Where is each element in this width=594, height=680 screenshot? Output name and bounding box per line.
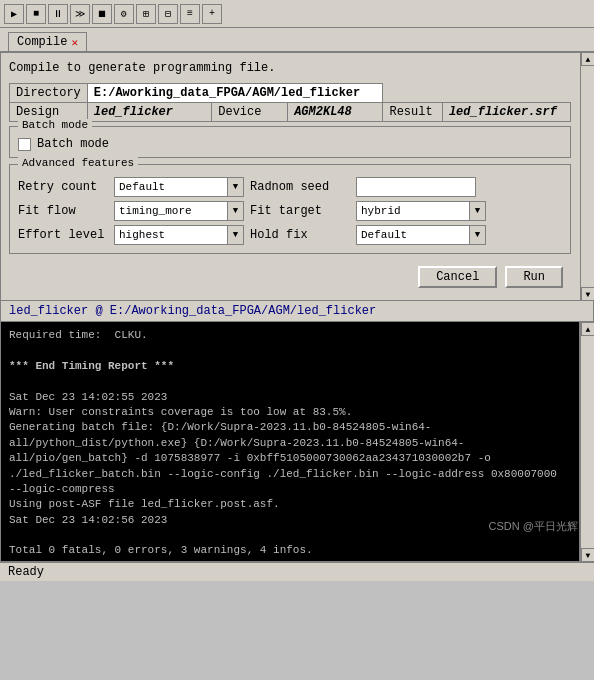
cancel-button[interactable]: Cancel: [418, 266, 497, 288]
toolbar: ▶ ■ ⏸ ≫ ⏹ ⚙ ⊞ ⊟ ≡ +: [0, 0, 594, 28]
holdfix-select[interactable]: Default ▼: [356, 225, 486, 245]
log-line-10: [9, 528, 571, 543]
watermark: CSDN @平日光辉: [489, 519, 578, 534]
retry-arrow-icon[interactable]: ▼: [227, 178, 243, 196]
log-line-2: [9, 343, 571, 358]
device-label: Device: [212, 103, 288, 122]
fitflow-arrow-icon[interactable]: ▼: [227, 202, 243, 220]
fitflow-select[interactable]: timing_more ▼: [114, 201, 244, 221]
retry-value: Default: [115, 181, 227, 193]
compile-tab-label: Compile: [17, 35, 67, 49]
fittarget-arrow-icon[interactable]: ▼: [469, 202, 485, 220]
effort-value: highest: [115, 229, 227, 241]
run-button[interactable]: Run: [505, 266, 563, 288]
compile-panel-scrollbar[interactable]: ▲ ▼: [580, 52, 594, 301]
random-seed-input[interactable]: [356, 177, 476, 197]
compile-tab-close[interactable]: ✕: [71, 36, 78, 49]
effort-label: Effort level: [18, 228, 108, 242]
compile-tab[interactable]: Compile ✕: [8, 32, 87, 51]
compile-description: Compile to generate programming file.: [9, 61, 571, 75]
scroll-up-button[interactable]: ▲: [581, 52, 594, 66]
toolbar-icon-3[interactable]: ⏸: [48, 4, 68, 24]
effort-arrow-icon[interactable]: ▼: [227, 226, 243, 244]
batch-mode-label: Batch mode: [37, 137, 109, 151]
effort-select[interactable]: highest ▼: [114, 225, 244, 245]
toolbar-icon-2[interactable]: ■: [26, 4, 46, 24]
batch-mode-checkbox[interactable]: [18, 138, 31, 151]
holdfix-label: Hold fix: [250, 228, 350, 242]
toolbar-icon-10[interactable]: +: [202, 4, 222, 24]
advanced-features-group: Advanced features Retry count Default ▼ …: [9, 164, 571, 254]
log-line-8: Using post-ASF file led_flicker.post.asf…: [9, 497, 571, 512]
log-scrollbar[interactable]: ▲ ▼: [580, 322, 594, 562]
log-line-11: Total 0 fatals, 0 errors, 3 warnings, 4 …: [9, 543, 571, 558]
toolbar-icon-5[interactable]: ⏹: [92, 4, 112, 24]
directory-label: Directory: [10, 84, 88, 103]
random-label: Radnom seed: [250, 180, 350, 194]
log-line-4: [9, 374, 571, 389]
toolbar-icon-6[interactable]: ⚙: [114, 4, 134, 24]
status-bar: Ready: [0, 562, 594, 581]
log-line-9: Sat Dec 23 14:02:56 2023: [9, 513, 571, 528]
tab-bar: Compile ✕: [0, 28, 594, 52]
directory-value: E:/Aworking_data_FPGA/AGM/led_flicker: [87, 84, 383, 103]
fittarget-select[interactable]: hybrid ▼: [356, 201, 486, 221]
log-line-6: Warn: User constraints coverage is too l…: [9, 405, 571, 420]
retry-select[interactable]: Default ▼: [114, 177, 244, 197]
fitflow-label: Fit flow: [18, 204, 108, 218]
holdfix-arrow-icon[interactable]: ▼: [469, 226, 485, 244]
fittarget-value: hybrid: [357, 205, 469, 217]
toolbar-icon-8[interactable]: ⊟: [158, 4, 178, 24]
batch-mode-row: Batch mode: [18, 135, 562, 153]
log-line-7: Generating batch file: {D:/Work/Supra-20…: [9, 420, 571, 497]
log-line-5: Sat Dec 23 14:02:55 2023: [9, 390, 571, 405]
toolbar-icon-9[interactable]: ≡: [180, 4, 200, 24]
log-header: led_flicker @ E:/Aworking_data_FPGA/AGM/…: [0, 301, 594, 322]
holdfix-value: Default: [357, 229, 469, 241]
batch-mode-group: Batch mode Batch mode: [9, 126, 571, 158]
status-text: Ready: [8, 565, 44, 579]
log-line-1: Required time: CLKU.: [9, 328, 571, 343]
fittarget-label: Fit target: [250, 204, 350, 218]
result-label: Result: [383, 103, 442, 122]
compile-panel: Compile to generate programming file. Di…: [0, 52, 594, 301]
log-line-3: *** End Timing Report ***: [9, 359, 571, 374]
batch-mode-legend: Batch mode: [18, 119, 92, 131]
button-row: Cancel Run: [9, 262, 571, 292]
result-value: led_flicker.srf: [442, 103, 570, 122]
log-scroll-up[interactable]: ▲: [581, 322, 594, 336]
device-value: AGM2KL48: [288, 103, 383, 122]
advanced-features-legend: Advanced features: [18, 157, 138, 169]
log-scroll-down[interactable]: ▼: [581, 548, 594, 562]
toolbar-icon-4[interactable]: ≫: [70, 4, 90, 24]
scroll-down-button[interactable]: ▼: [581, 287, 594, 301]
toolbar-icon-1[interactable]: ▶: [4, 4, 24, 24]
toolbar-icon-7[interactable]: ⊞: [136, 4, 156, 24]
log-wrapper: Required time: CLKU. *** End Timing Repo…: [0, 322, 594, 562]
log-line-12: [9, 559, 571, 562]
retry-label: Retry count: [18, 180, 108, 194]
fitflow-value: timing_more: [115, 205, 227, 217]
advanced-form-grid: Retry count Default ▼ Radnom seed Fit fl…: [18, 177, 562, 245]
directory-table: Directory E:/Aworking_data_FPGA/AGM/led_…: [9, 83, 571, 122]
design-value: led_flicker: [87, 103, 211, 122]
